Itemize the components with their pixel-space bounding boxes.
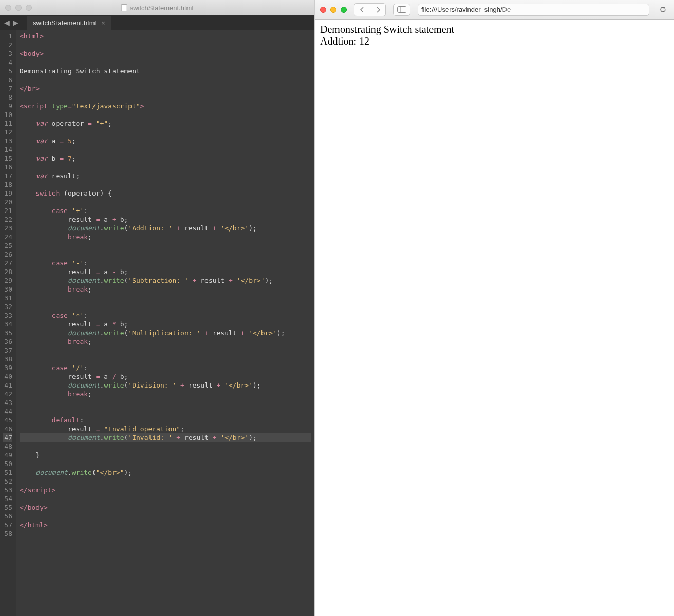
editor-nav-arrows: ◀ ▶ bbox=[0, 15, 23, 30]
address-bar[interactable]: file:///Users/ravinder_singh/De bbox=[418, 4, 649, 16]
chevron-left-icon bbox=[360, 7, 365, 13]
minimize-window-button[interactable] bbox=[330, 7, 336, 13]
reload-button[interactable] bbox=[657, 6, 669, 13]
nav-forward-icon[interactable]: ▶ bbox=[13, 18, 18, 27]
reload-icon bbox=[659, 6, 667, 13]
close-tab-icon[interactable]: × bbox=[102, 19, 106, 27]
browser-toolbar: file:///Users/ravinder_singh/De bbox=[315, 0, 674, 20]
editor-traffic-lights bbox=[5, 5, 32, 11]
editor-body[interactable]: 1234567891011121314151617181920212223242… bbox=[0, 30, 314, 616]
browser-traffic-lights bbox=[320, 7, 347, 13]
file-icon bbox=[121, 4, 127, 11]
editor-titlebar: switchStatement.html bbox=[0, 0, 314, 15]
nav-back-icon[interactable]: ◀ bbox=[4, 18, 10, 27]
browser-window: file:///Users/ravinder_singh/De Demonstr… bbox=[314, 0, 674, 616]
back-button[interactable] bbox=[354, 4, 370, 16]
editor-tab[interactable]: switchStatement.html × bbox=[27, 16, 111, 30]
editor-title-text: switchStatement.html bbox=[130, 4, 194, 12]
address-text: file:///Users/ravinder_singh/ bbox=[421, 6, 502, 13]
chevron-right-icon bbox=[376, 7, 381, 13]
line-number-gutter: 1234567891011121314151617181920212223242… bbox=[0, 30, 16, 616]
maximize-window-button[interactable] bbox=[26, 5, 32, 11]
close-window-button[interactable] bbox=[320, 7, 326, 13]
maximize-window-button[interactable] bbox=[341, 7, 347, 13]
svg-rect-0 bbox=[398, 7, 406, 13]
browser-viewport: Demonstrating Switch statement Addtion: … bbox=[315, 20, 674, 616]
editor-tab-label: switchStatement.html bbox=[33, 19, 97, 27]
forward-button[interactable] bbox=[370, 4, 385, 16]
address-text-truncated: De bbox=[502, 6, 511, 13]
editor-title: switchStatement.html bbox=[121, 4, 194, 12]
code-editor-window: switchStatement.html ◀ ▶ switchStatement… bbox=[0, 0, 314, 616]
page-text-line: Addtion: 12 bbox=[320, 35, 669, 47]
page-text-line: Demonstrating Switch statement bbox=[320, 24, 669, 35]
editor-tabbar: ◀ ▶ switchStatement.html × bbox=[0, 15, 314, 30]
close-window-button[interactable] bbox=[5, 5, 11, 11]
sidebar-toggle-button[interactable] bbox=[393, 4, 410, 16]
minimize-window-button[interactable] bbox=[15, 5, 22, 11]
sidebar-icon bbox=[397, 6, 406, 13]
code-area[interactable]: <html> <body> Demonstrating Switch state… bbox=[16, 30, 314, 616]
browser-nav-group bbox=[354, 3, 386, 16]
